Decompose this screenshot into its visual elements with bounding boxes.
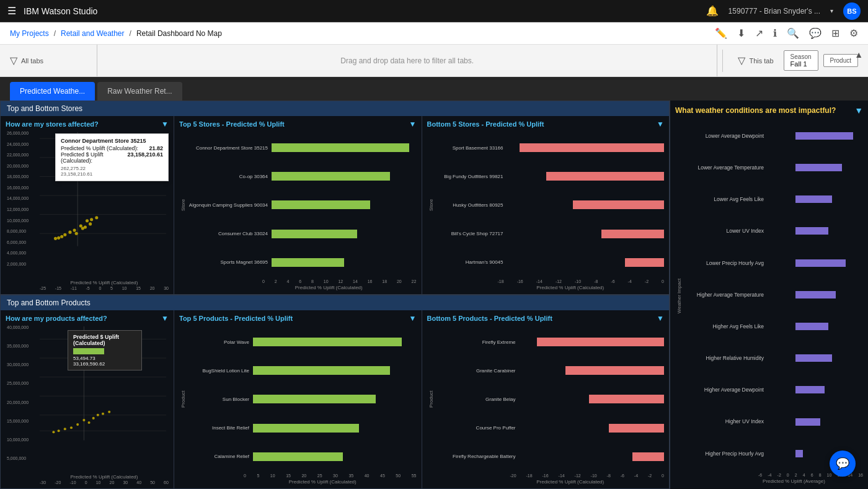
weather-fill-2 — [795, 195, 832, 203]
stores-scatter-area: 26,000,000 24,000,000 22,000,000 20,000,… — [6, 131, 169, 279]
weather-bar-uv-lower: Lower UV Index — [683, 227, 863, 235]
stores-scatter-title: How are my stores affected? ▼ — [6, 120, 169, 128]
hamburger-icon[interactable]: ☰ — [7, 5, 16, 17]
b-product-track-2 — [520, 366, 665, 375]
filter-tab-icon: ▽ — [738, 55, 745, 66]
b-product-fill-3 — [589, 395, 664, 403]
weather-fill-9 — [795, 418, 821, 426]
share-icon[interactable]: ↗ — [755, 27, 763, 39]
season-chip[interactable]: Season Fall 1 — [784, 50, 818, 71]
store-bar-1: Connor Department Store 35215 — [187, 143, 417, 152]
chat-icon: 💬 — [836, 457, 849, 470]
store-bar-track-3 — [272, 200, 417, 209]
bottom-product-bar-4: Course Pro Puffer — [435, 424, 665, 433]
breadcrumb-bar: My Projects / Retail and Weather / Retai… — [0, 22, 868, 45]
weather-bars-inner: Lower Average Dewpoint Lower Average Tem… — [683, 121, 863, 470]
edit-icon[interactable]: ✏️ — [715, 27, 727, 39]
download-icon[interactable]: ⬇ — [737, 27, 745, 39]
breadcrumb-retail[interactable]: Retail and Weather — [61, 29, 125, 38]
bottom-bar-fill-3 — [573, 200, 664, 209]
store-bar-fill-4 — [272, 230, 357, 238]
stores-scatter-panel: How are my stores affected? ▼ 26,000,000… — [1, 116, 174, 294]
weather-track-1 — [766, 164, 863, 171]
info-icon[interactable]: ℹ — [773, 27, 777, 39]
weather-fill-6 — [795, 323, 828, 330]
stores-scatter-filter[interactable]: ▼ — [161, 120, 169, 128]
bottom-store-bar-3: Husky Outfitters 80925 — [435, 200, 665, 209]
breadcrumb-projects[interactable]: My Projects — [10, 29, 49, 38]
b-product-track-5 — [520, 452, 665, 461]
product-bar-3: Sun Blocker — [187, 395, 417, 403]
comment-icon[interactable]: 💬 — [809, 27, 822, 39]
bottom5-products-y-label: Product — [427, 325, 435, 473]
user-info[interactable]: 1590777 - Brian Snyder's ... — [728, 7, 820, 16]
store-bar-fill-1 — [272, 143, 409, 152]
bottom-product-bar-2: Granite Carabiner — [435, 366, 665, 375]
product-bar-fill-4 — [253, 424, 359, 433]
grid-icon[interactable]: ⊞ — [831, 27, 839, 39]
top5-products-panel: Top 5 Products - Predicted % Uplift ▼ Pr… — [174, 310, 422, 488]
bottom5-stores-filter[interactable]: ▼ — [657, 120, 664, 128]
top5-products-x-label: Predicted % Uplift (Calculated) — [179, 479, 417, 485]
product-tooltip: Predicted $ Uplift (Calculated) 53,494.7… — [68, 330, 142, 370]
svg-point-14 — [95, 216, 98, 219]
product-bar-track-2 — [253, 366, 417, 375]
weather-track-5 — [766, 291, 863, 298]
weather-track-2 — [766, 195, 863, 203]
chat-bubble-button[interactable]: 💬 — [830, 451, 856, 477]
top5-x-axis: 0246810121416182022 — [179, 279, 417, 284]
b-product-track-3 — [520, 395, 665, 403]
bottom5-stores-bars: Sport Basement 33166 Big Fundy Outfitter… — [435, 131, 665, 279]
all-tabs-label: All tabs — [21, 57, 43, 65]
tab-raw-weather[interactable]: Raw Weather Ret... — [97, 82, 182, 101]
store-bar-fill-2 — [272, 172, 390, 181]
filter-all-icon: ▽ — [10, 55, 17, 66]
top5-stores-filter[interactable]: ▼ — [409, 120, 417, 128]
weather-bar-temp-lower: Lower Average Temperature — [683, 164, 863, 171]
bottom-bar-fill-5 — [625, 258, 664, 267]
user-dropdown-icon[interactable]: ▾ — [830, 7, 833, 14]
top5-products-filter[interactable]: ▼ — [409, 314, 417, 323]
products-scatter-filter[interactable]: ▼ — [161, 314, 169, 323]
settings-icon[interactable]: ⚙ — [849, 27, 858, 39]
notification-icon[interactable]: 🔔 — [706, 5, 719, 17]
weather-bar-uv-higher: Higher UV Index — [683, 418, 863, 426]
top5-products-x-axis: 0510152025303540455055 — [179, 473, 417, 478]
bottom-bar-fill-1 — [520, 143, 664, 152]
product-bar-1: Polar Wave — [187, 338, 417, 346]
top5-stores-panel: Top 5 Stores - Predicted % Uplift ▼ Stor… — [174, 116, 422, 294]
svg-point-20 — [54, 237, 57, 240]
top5-stores-title: Top 5 Stores - Predicted % Uplift ▼ — [179, 120, 417, 128]
product-bar-4: Insect Bite Relief — [187, 424, 417, 433]
search-icon[interactable]: 🔍 — [787, 27, 799, 39]
products-scatter-panel: How are my products affected? ▼ 40,000,0… — [1, 310, 174, 488]
b-product-fill-1 — [537, 338, 664, 346]
tooltip-dollar-row: Predicted $ Uplift (Calculated): 23,158,… — [61, 151, 163, 164]
filter-drag-area[interactable]: Drag and drop data here to filter all ta… — [97, 45, 717, 76]
svg-point-17 — [63, 233, 66, 236]
store-bar-4: Consumer Club 33024 — [187, 230, 417, 238]
store-bar-2: Co-op 30364 — [187, 172, 417, 181]
bottom-bar-track-2 — [507, 172, 665, 181]
product-chip[interactable]: Product — [823, 54, 858, 67]
weather-fill-4 — [795, 259, 846, 267]
weather-filter-icon[interactable]: ▼ — [854, 105, 863, 115]
products-scatter-area: 40,000,000 35,000,000 30,000,000 25,000,… — [6, 325, 169, 473]
store-bar-fill-3 — [272, 200, 370, 209]
bottom-bar-track-5 — [507, 258, 665, 267]
tab-predicted-weather[interactable]: Predicted Weathe... — [10, 82, 95, 101]
bottom5-stores-title: Bottom 5 Stores - Predicted % Uplift ▼ — [427, 120, 665, 128]
top5-products-y-label: Product — [179, 325, 187, 473]
svg-point-11 — [81, 227, 84, 230]
avatar[interactable]: BS — [843, 2, 861, 20]
filter-divider — [722, 50, 723, 72]
weather-bar-temp-higher: Higher Average Temperature — [683, 291, 863, 298]
stores-scatter-x-label: Predicted % Uplift (Calculated) — [6, 280, 169, 285]
bottom5-products-filter[interactable]: ▼ — [657, 314, 664, 323]
bottom5-products-x-axis: -20-18-16-14-12-10-8-6-4-20 — [427, 473, 665, 478]
store-bar-5: Sports Magnet 36695 — [187, 258, 417, 267]
collapse-icon[interactable]: ▲ — [854, 50, 863, 60]
b-product-fill-4 — [609, 424, 664, 433]
weather-bar-feels-higher: Higher Avg Feels Like — [683, 323, 863, 330]
weather-chart-inner: Weather Impact Lower Average Dewpoint Lo… — [675, 121, 863, 470]
